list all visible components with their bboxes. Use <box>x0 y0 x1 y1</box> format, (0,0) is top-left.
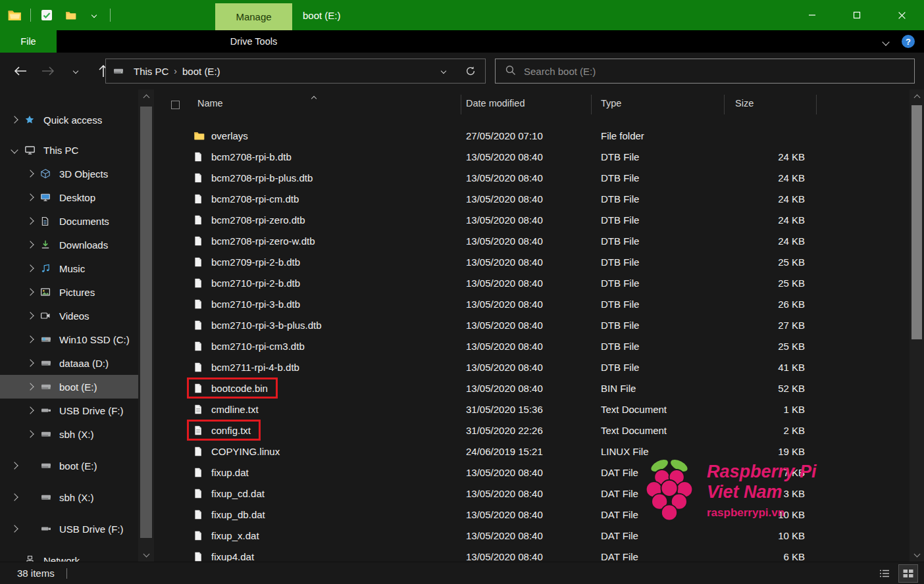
sidebar-item[interactable]: Pictures <box>0 280 138 304</box>
file-name-cell[interactable]: bcm2711-rpi-4-b.dtb <box>187 356 309 377</box>
file-name-cell[interactable]: bcm2708-rpi-zero.dtb <box>187 209 315 230</box>
file-name-cell[interactable]: bootcode.bin <box>187 377 278 399</box>
file-name-cell[interactable]: bcm2708-rpi-b.dtb <box>187 146 301 167</box>
sidebar-item[interactable]: Desktop <box>0 185 138 209</box>
expander-chevron-icon[interactable] <box>25 360 36 366</box>
address-dropdown-chevron-icon[interactable] <box>431 59 456 83</box>
properties-check-icon[interactable] <box>39 7 55 23</box>
expander-chevron-icon[interactable] <box>9 463 20 468</box>
sidebar-item[interactable]: Quick access <box>0 108 138 132</box>
table-row[interactable]: bcm2708-rpi-zero-w.dtb 13/05/2020 08:40 … <box>154 230 910 251</box>
file-name-cell[interactable]: fixup_cd.dat <box>187 483 274 504</box>
expander-chevron-icon[interactable] <box>25 289 36 295</box>
column-header-name[interactable]: Name <box>197 98 223 109</box>
sidebar-item[interactable]: USB Drive (F:) <box>0 399 138 422</box>
sidebar-scrollbar[interactable] <box>138 89 154 562</box>
sidebar-item[interactable]: USB Drive (F:) <box>0 517 138 541</box>
table-row[interactable]: bcm2709-rpi-2-b.dtb 13/05/2020 08:40 DTB… <box>154 251 910 272</box>
file-name-cell[interactable]: COPYING.linux <box>187 441 290 462</box>
address-bar[interactable]: This PC › boot (E:) <box>105 59 486 84</box>
new-folder-icon[interactable] <box>63 7 78 23</box>
breadcrumb-item[interactable]: boot (E:) <box>179 66 224 77</box>
sidebar-item[interactable]: Downloads <box>0 233 138 256</box>
sidebar-item[interactable]: Documents <box>0 209 138 233</box>
expander-chevron-icon[interactable] <box>9 147 20 153</box>
expander-chevron-icon[interactable] <box>9 526 20 531</box>
expander-chevron-icon[interactable] <box>9 117 20 122</box>
minimize-button[interactable] <box>790 0 834 30</box>
expander-chevron-icon[interactable] <box>25 171 36 176</box>
file-name-cell[interactable]: bcm2708-rpi-zero-w.dtb <box>187 230 325 251</box>
table-row[interactable]: bcm2708-rpi-cm.dtb 13/05/2020 08:40 DTB … <box>154 188 910 209</box>
ribbon-tab[interactable] <box>88 30 120 53</box>
back-button[interactable] <box>12 61 29 81</box>
table-row[interactable]: fixup.dat 13/05/2020 08:40 DAT File 7 KB <box>154 462 910 483</box>
table-row[interactable]: bcm2711-rpi-4-b.dtb 13/05/2020 08:40 DTB… <box>154 356 910 377</box>
file-name-cell[interactable]: bcm2710-rpi-3-b.dtb <box>187 293 310 314</box>
scroll-down-icon[interactable] <box>910 547 924 560</box>
file-list-scrollbar[interactable] <box>910 89 924 562</box>
expander-chevron-icon[interactable] <box>25 195 36 200</box>
collapse-ribbon-icon[interactable] <box>883 36 888 47</box>
table-row[interactable]: bcm2708-rpi-b.dtb 13/05/2020 08:40 DTB F… <box>154 146 910 167</box>
sidebar-item[interactable]: boot (E:) <box>0 375 138 399</box>
ribbon-tab[interactable] <box>120 30 151 53</box>
file-name-cell[interactable]: fixup.dat <box>187 462 259 483</box>
column-divider[interactable] <box>724 95 725 114</box>
sidebar-item[interactable]: dataaa (D:) <box>0 351 138 375</box>
sidebar-item[interactable]: Music <box>0 256 138 280</box>
table-row[interactable]: bcm2708-rpi-b-plus.dtb 13/05/2020 08:40 … <box>154 167 910 188</box>
column-header-date-modified[interactable]: Date modified <box>466 98 525 109</box>
table-row[interactable]: COPYING.linux 24/06/2019 15:21 LINUX Fil… <box>154 441 910 462</box>
select-all-checkbox[interactable] <box>171 101 180 109</box>
file-name-cell[interactable]: fixup_db.dat <box>187 504 275 525</box>
sidebar-item[interactable]: Win10 SSD (C:) <box>0 328 138 351</box>
column-divider[interactable] <box>816 95 817 114</box>
table-row[interactable]: cmdline.txt 31/05/2020 15:36 Text Docume… <box>154 399 910 420</box>
help-icon[interactable]: ? <box>902 35 915 48</box>
expander-chevron-icon[interactable] <box>25 218 36 224</box>
file-name-cell[interactable]: fixup_x.dat <box>187 525 269 546</box>
breadcrumb-item[interactable]: This PC <box>130 66 172 77</box>
forward-button[interactable] <box>39 61 57 81</box>
scrollbar-thumb[interactable] <box>911 105 922 339</box>
table-row[interactable]: bootcode.bin 13/05/2020 08:40 BIN File 5… <box>154 377 910 399</box>
file-name-cell[interactable]: fixup4.dat <box>187 546 264 562</box>
file-name-cell[interactable]: overlays <box>187 125 258 146</box>
scroll-up-icon[interactable] <box>138 91 154 104</box>
refresh-icon[interactable] <box>456 59 485 83</box>
file-name-cell[interactable]: bcm2710-rpi-3-b-plus.dtb <box>187 314 332 335</box>
expander-chevron-icon[interactable] <box>25 384 36 389</box>
file-name-cell[interactable]: cmdline.txt <box>187 399 269 420</box>
scroll-up-icon[interactable] <box>910 91 924 104</box>
recent-locations-chevron-icon[interactable] <box>67 61 84 81</box>
table-row[interactable]: bcm2710-rpi-3-b.dtb 13/05/2020 08:40 DTB… <box>154 293 910 314</box>
table-row[interactable]: config.txt 31/05/2020 22:26 Text Documen… <box>154 420 910 441</box>
sidebar-item[interactable]: boot (E:) <box>0 454 138 477</box>
ribbon-tab[interactable] <box>57 30 88 53</box>
table-row[interactable]: bcm2710-rpi-cm3.dtb 13/05/2020 08:40 DTB… <box>154 335 910 356</box>
expander-chevron-icon[interactable] <box>25 242 36 247</box>
expander-chevron-icon[interactable] <box>25 337 36 342</box>
table-row[interactable]: fixup_x.dat 13/05/2020 08:40 DAT File 10… <box>154 525 910 546</box>
expander-chevron-icon[interactable] <box>25 408 36 413</box>
sidebar-item[interactable]: This PC <box>0 138 138 162</box>
search-input[interactable] <box>524 66 905 77</box>
expander-chevron-icon[interactable] <box>25 431 36 437</box>
sidebar-item[interactable]: Network <box>0 548 138 562</box>
file-name-cell[interactable]: bcm2708-rpi-b-plus.dtb <box>187 167 322 188</box>
table-row[interactable]: fixup4.dat 13/05/2020 08:40 DAT File 6 K… <box>154 546 910 562</box>
file-name-cell[interactable]: config.txt <box>187 420 261 441</box>
expander-chevron-icon[interactable] <box>25 266 36 271</box>
file-name-cell[interactable]: bcm2710-rpi-2-b.dtb <box>187 272 310 293</box>
thumbnails-view-icon[interactable] <box>899 565 917 582</box>
manage-contextual-tab[interactable]: Manage <box>215 3 292 30</box>
scroll-down-icon[interactable] <box>138 547 154 560</box>
tab-drive-tools[interactable]: Drive Tools <box>215 30 292 53</box>
column-divider[interactable] <box>461 95 461 114</box>
maximize-button[interactable] <box>834 0 879 30</box>
table-row[interactable]: fixup_cd.dat 13/05/2020 08:40 DAT File 3… <box>154 483 910 504</box>
sidebar-item[interactable]: sbh (X:) <box>0 422 138 446</box>
column-header-type[interactable]: Type <box>601 98 621 109</box>
search-box[interactable] <box>495 59 915 84</box>
